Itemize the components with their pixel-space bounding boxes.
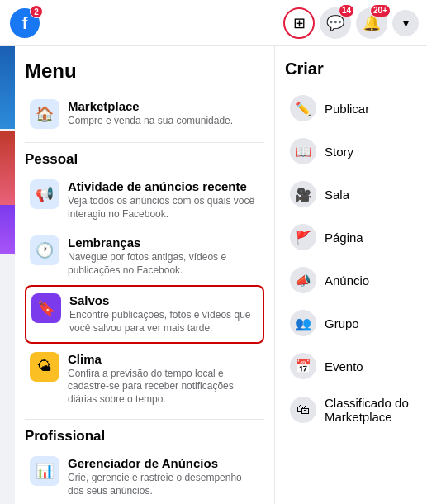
marketplace-title: Marketplace bbox=[68, 99, 259, 113]
clima-icon: 🌤 bbox=[30, 352, 59, 382]
menu-item-gerenciador[interactable]: 📊 Gerenciador de Anúncios Crie, gerencie… bbox=[25, 449, 264, 504]
fb-badge: 2 bbox=[30, 5, 43, 18]
classificado-icon: 🛍 bbox=[290, 397, 316, 423]
atividade-desc: Veja todos os anúncios com os quais você… bbox=[68, 195, 259, 221]
menu-item-atividade[interactable]: 📢 Atividade de anúncios recente Veja tod… bbox=[25, 173, 264, 227]
marketplace-desc: Compre e venda na sua comunidade. bbox=[68, 115, 259, 128]
classificado-label: Classificado do Marketplace bbox=[325, 396, 412, 424]
notifications-badge: 20+ bbox=[370, 4, 391, 17]
account-menu-button[interactable]: ▾ bbox=[392, 10, 419, 36]
publicar-icon: ✏️ bbox=[290, 95, 316, 121]
strip-1 bbox=[0, 46, 15, 129]
atividade-icon: 📢 bbox=[30, 179, 59, 209]
criar-item-sala[interactable]: 🎥 Sala bbox=[285, 174, 417, 214]
atividade-title: Atividade de anúncios recente bbox=[68, 179, 259, 193]
strip-2 bbox=[0, 131, 15, 205]
messenger-badge: 14 bbox=[339, 4, 354, 17]
criar-item-publicar[interactable]: ✏️ Publicar bbox=[285, 88, 417, 128]
lembrancas-text: Lembranças Navegue por fotos antigas, ví… bbox=[68, 235, 259, 277]
lembrancas-icon: 🕐 bbox=[30, 235, 59, 265]
grupo-icon: 👥 bbox=[290, 310, 316, 336]
criar-item-evento[interactable]: 📅 Evento bbox=[285, 346, 417, 386]
anuncio-label: Anúncio bbox=[325, 273, 369, 288]
clima-desc: Confira a previsão do tempo local e cada… bbox=[68, 368, 259, 407]
left-menu: Menu 🏠 Marketplace Compre e venda na sua… bbox=[15, 46, 275, 504]
sala-icon: 🎥 bbox=[290, 181, 316, 207]
menu-item-marketplace[interactable]: 🏠 Marketplace Compre e venda na sua comu… bbox=[25, 93, 264, 136]
publicar-label: Publicar bbox=[325, 102, 369, 116]
chevron-down-icon: ▾ bbox=[403, 17, 409, 30]
menu-title: Menu bbox=[25, 59, 264, 83]
clima-text: Clima Confira a previsão do tempo local … bbox=[68, 352, 259, 407]
atividade-text: Atividade de anúncios recente Veja todos… bbox=[68, 179, 259, 221]
salvos-icon: 🔖 bbox=[31, 293, 61, 323]
lembrancas-desc: Navegue por fotos antigas, vídeos e publ… bbox=[68, 251, 259, 277]
criar-panel: Criar ✏️ Publicar 📖 Story 🎥 Sala 🚩 Págin… bbox=[275, 46, 427, 504]
section-label-pessoal: Pessoal bbox=[25, 151, 264, 168]
gerenciador-desc: Crie, gerencie e rastreie o desempenho d… bbox=[68, 472, 259, 497]
story-icon: 📖 bbox=[290, 138, 316, 164]
grid-menu-button[interactable]: ⊞ bbox=[283, 7, 315, 39]
grupo-label: Grupo bbox=[325, 316, 359, 330]
pagina-label: Página bbox=[325, 231, 363, 245]
topbar-left: f 2 bbox=[0, 0, 50, 46]
gerenciador-text: Gerenciador de Anúncios Crie, gerencie e… bbox=[68, 456, 259, 497]
salvos-text: Salvos Encontre publicações, fotos e víd… bbox=[69, 293, 258, 335]
menu-item-lembrancas[interactable]: 🕐 Lembranças Navegue por fotos antigas, … bbox=[25, 229, 264, 283]
grid-icon: ⊞ bbox=[293, 14, 306, 32]
lembrancas-title: Lembranças bbox=[68, 235, 259, 250]
criar-item-grupo[interactable]: 👥 Grupo bbox=[285, 303, 417, 343]
criar-item-pagina[interactable]: 🚩 Página bbox=[285, 217, 417, 257]
salvos-title: Salvos bbox=[69, 293, 258, 307]
section-label-profissional: Profissional bbox=[25, 428, 264, 445]
fb-icon-container[interactable]: f 2 bbox=[10, 8, 40, 38]
criar-item-anuncio[interactable]: 📣 Anúncio bbox=[285, 260, 417, 300]
menu-item-clima[interactable]: 🌤 Clima Confira a previsão do tempo loca… bbox=[25, 345, 264, 413]
divider-1 bbox=[25, 142, 264, 143]
topbar: f 2 ⊞ 💬 14 🔔 20+ ▾ bbox=[0, 0, 427, 46]
main-panel: Menu 🏠 Marketplace Compre e venda na sua… bbox=[15, 46, 427, 504]
evento-label: Evento bbox=[325, 359, 363, 373]
clima-title: Clima bbox=[68, 352, 259, 366]
sala-label: Sala bbox=[325, 188, 349, 202]
divider-2 bbox=[25, 419, 264, 420]
menu-item-salvos[interactable]: 🔖 Salvos Encontre publicações, fotos e v… bbox=[25, 285, 264, 343]
left-image-strips bbox=[0, 46, 15, 504]
marketplace-text: Marketplace Compre e venda na sua comuni… bbox=[68, 99, 259, 128]
pagina-icon: 🚩 bbox=[290, 224, 316, 250]
marketplace-icon: 🏠 bbox=[30, 99, 59, 129]
criar-item-classificado[interactable]: 🛍 Classificado do Marketplace bbox=[285, 389, 417, 430]
notifications-button-container[interactable]: 🔔 20+ bbox=[356, 7, 387, 39]
gerenciador-title: Gerenciador de Anúncios bbox=[68, 456, 259, 470]
anuncio-icon: 📣 bbox=[290, 267, 316, 293]
criar-item-story[interactable]: 📖 Story bbox=[285, 131, 417, 171]
salvos-desc: Encontre publicações, fotos e vídeos que… bbox=[69, 309, 258, 335]
strip-3 bbox=[0, 205, 15, 254]
messenger-button-container[interactable]: 💬 14 bbox=[320, 7, 351, 39]
criar-title: Criar bbox=[285, 59, 417, 78]
story-label: Story bbox=[325, 145, 353, 159]
evento-icon: 📅 bbox=[290, 353, 316, 379]
gerenciador-icon: 📊 bbox=[30, 456, 59, 486]
